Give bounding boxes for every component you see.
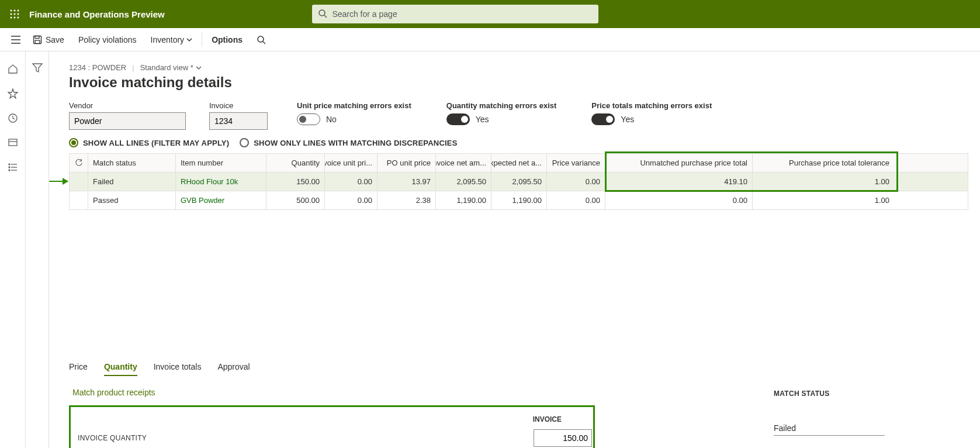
svg-point-3 xyxy=(11,13,12,15)
svg-point-2 xyxy=(18,10,19,12)
cell-ena: 1,190.00 xyxy=(491,191,547,209)
app-bar: Finance and Operations Preview xyxy=(0,0,980,28)
svg-point-4 xyxy=(14,13,16,15)
cell-iup: 0.00 xyxy=(325,191,378,209)
match-status-value: Failed xyxy=(774,423,885,436)
hamburger-icon[interactable] xyxy=(6,28,26,51)
svg-point-9 xyxy=(319,10,325,16)
filter-column xyxy=(26,51,49,448)
home-icon[interactable] xyxy=(7,63,19,75)
col-match-status[interactable]: Match status xyxy=(88,154,176,172)
invoice-label: Invoice xyxy=(209,101,268,110)
svg-point-1 xyxy=(14,10,16,12)
col-invoice-net[interactable]: Invoice net am... xyxy=(436,154,491,172)
breadcrumb-view[interactable]: Standard view * xyxy=(140,63,202,72)
cell-qty: 500.00 xyxy=(266,191,325,209)
quantity-panel-highlight: INVOICE INVOICE QUANTITY TOTAL PRODUCT R… xyxy=(69,405,595,448)
unit-price-errors-label: Unit price matching errors exist xyxy=(297,101,411,110)
tab-invoice-totals[interactable]: Invoice totals xyxy=(154,362,202,376)
col-price-variance[interactable]: Price variance xyxy=(547,154,605,172)
svg-marker-19 xyxy=(8,89,18,98)
recent-icon[interactable] xyxy=(7,112,19,124)
show-only-label: SHOW ONLY LINES WITH MATCHING DISCREPANC… xyxy=(254,139,457,147)
filter-icon[interactable] xyxy=(32,62,43,74)
refresh-header[interactable] xyxy=(70,154,88,172)
search-input[interactable] xyxy=(312,5,598,23)
invoice-input[interactable] xyxy=(209,112,268,130)
invoice-column-header: INVOICE xyxy=(78,415,592,423)
svg-point-27 xyxy=(9,170,10,171)
cell-pv: 0.00 xyxy=(547,173,605,191)
svg-point-23 xyxy=(9,164,10,165)
svg-point-8 xyxy=(18,17,19,19)
col-po-unit-price[interactable]: PO unit price xyxy=(378,154,436,172)
table-row[interactable]: Failed RHood Flour 10k 150.00 0.00 13.97… xyxy=(70,173,968,191)
svg-rect-15 xyxy=(35,36,39,38)
policy-violations-button[interactable]: Policy violations xyxy=(71,28,144,51)
col-unmatched-total[interactable]: Unmatched purchase price total xyxy=(605,154,753,172)
svg-point-17 xyxy=(258,36,264,42)
col-expected-net[interactable]: Expected net a... xyxy=(491,154,547,172)
search-wrap xyxy=(312,5,598,23)
show-only-discrepancies-radio[interactable]: SHOW ONLY LINES WITH MATCHING DISCREPANC… xyxy=(240,138,457,147)
cell-ppt: 1.00 xyxy=(753,191,894,209)
show-all-radio[interactable]: SHOW ALL LINES (FILTER MAY APPLY) xyxy=(69,138,229,147)
search-icon xyxy=(318,9,327,20)
cell-match: Passed xyxy=(88,191,176,209)
breadcrumb-path: 1234 : POWDER xyxy=(69,63,126,72)
cell-upt: 0.00 xyxy=(605,191,753,209)
col-invoice-unit-price[interactable]: Invoice unit pri... xyxy=(325,154,378,172)
chevron-down-icon xyxy=(186,35,192,44)
find-button[interactable] xyxy=(250,28,273,51)
col-quantity[interactable]: Quantity xyxy=(266,154,325,172)
invoice-quantity-input[interactable] xyxy=(534,429,592,447)
vendor-input[interactable] xyxy=(69,112,186,130)
col-item-number[interactable]: Item number xyxy=(176,154,266,172)
svg-rect-21 xyxy=(9,139,17,146)
unit-price-toggle[interactable] xyxy=(297,113,320,125)
star-icon[interactable] xyxy=(7,88,19,99)
quantity-toggle[interactable] xyxy=(446,113,470,125)
svg-point-7 xyxy=(14,17,16,19)
cell-item[interactable]: RHood Flour 10k xyxy=(176,173,266,191)
modules-icon[interactable] xyxy=(7,161,19,173)
workspace-icon[interactable] xyxy=(7,137,19,149)
match-status-block: MATCH STATUS Failed xyxy=(774,390,885,436)
waffle-icon[interactable] xyxy=(6,5,23,23)
table-row[interactable]: Passed GVB Powder 500.00 0.00 2.38 1,190… xyxy=(70,191,968,210)
cell-item[interactable]: GVB Powder xyxy=(176,191,266,209)
show-all-label: SHOW ALL LINES (FILTER MAY APPLY) xyxy=(83,139,229,147)
save-button[interactable]: Save xyxy=(26,28,71,51)
match-status-label: MATCH STATUS xyxy=(774,390,885,398)
arrow-annotation xyxy=(49,181,68,182)
cell-ina: 1,190.00 xyxy=(436,191,491,209)
tab-quantity[interactable]: Quantity xyxy=(104,362,137,376)
page-title: Invoice matching details xyxy=(69,74,968,91)
tab-approval[interactable]: Approval xyxy=(217,362,250,376)
tab-price[interactable]: Price xyxy=(69,362,88,376)
cell-ena: 2,095.50 xyxy=(491,173,547,191)
svg-line-18 xyxy=(263,42,265,44)
inventory-menu[interactable]: Inventory xyxy=(144,28,200,51)
options-button[interactable]: Options xyxy=(205,28,250,51)
filter-radio-group: SHOW ALL LINES (FILTER MAY APPLY) SHOW O… xyxy=(69,138,968,147)
cell-pup: 13.97 xyxy=(378,173,436,191)
unit-price-toggle-state: No xyxy=(326,115,337,124)
col-price-tolerance[interactable]: Purchase price total tolerance xyxy=(753,154,894,172)
svg-point-6 xyxy=(11,17,12,19)
price-totals-errors-label: Price totals matching errors exist xyxy=(591,101,712,110)
left-rail xyxy=(0,51,26,448)
svg-point-0 xyxy=(11,10,12,12)
price-totals-toggle[interactable] xyxy=(591,113,615,125)
breadcrumb-separator: | xyxy=(132,63,134,72)
svg-rect-16 xyxy=(35,40,40,44)
cell-match: Failed xyxy=(88,173,176,191)
cell-pv: 0.00 xyxy=(547,191,605,209)
inventory-label: Inventory xyxy=(151,35,185,44)
quantity-errors-label: Quantity matching errors exist xyxy=(446,101,557,110)
invoice-quantity-label: INVOICE QUANTITY xyxy=(78,434,147,442)
detail-tabs: Price Quantity Invoice totals Approval xyxy=(69,362,968,376)
quantity-toggle-state: Yes xyxy=(476,115,489,124)
grid-header: Match status Item number Quantity Invoic… xyxy=(70,154,968,173)
cell-pup: 2.38 xyxy=(378,191,436,209)
